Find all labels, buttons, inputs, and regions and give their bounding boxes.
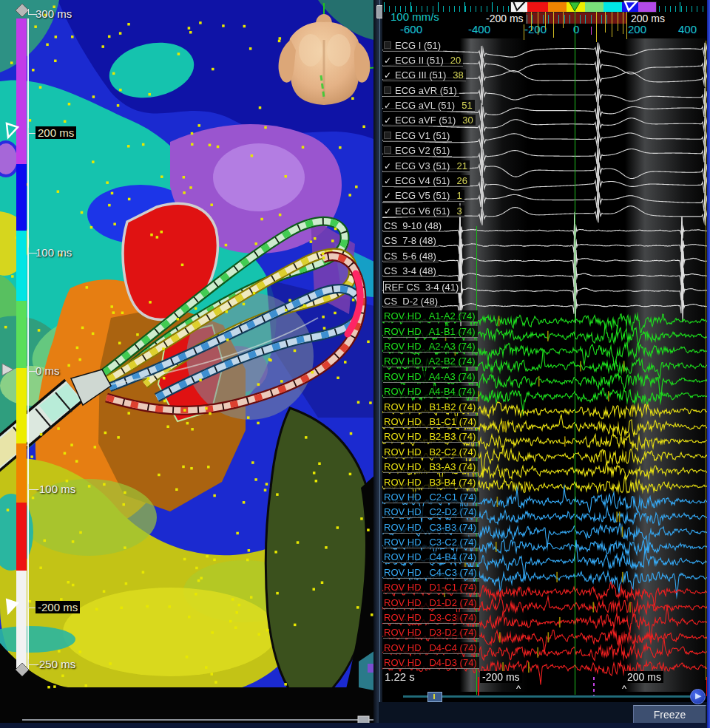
trace-label-row[interactable]: ECG I (51) — [383, 40, 443, 52]
trace-label-row[interactable]: ROV HD D4-C4 (74) — [383, 642, 479, 654]
signal-h-scrollbar[interactable] — [403, 695, 697, 698]
trace-label-row[interactable]: ROV HD C3-B3 (74) — [383, 522, 479, 534]
trace-name: ECG aVR (51) — [395, 85, 457, 96]
trace-checkbox-checked-icon[interactable]: ✓ — [384, 101, 395, 112]
scale-label: 200 ms — [36, 126, 76, 139]
event-marker-line — [538, 12, 538, 35]
screen-edge-tick-left — [478, 677, 479, 696]
scale-label: 100 ms — [36, 246, 72, 259]
colorbar-marker-right[interactable] — [625, 1, 637, 10]
scale-label: -100 ms — [36, 483, 75, 495]
trace-name: ROV HD B3-A3 (74) — [384, 461, 476, 472]
trace-checkbox-checked-icon[interactable]: ✓ — [384, 176, 395, 187]
trace-label-row[interactable]: ROV HD B1-C1 (74) — [383, 416, 479, 428]
caliper-caret-left[interactable]: ^ — [516, 683, 521, 694]
trace-label-row[interactable]: CS D-2 (48) — [383, 296, 440, 307]
trace-label-row[interactable]: ROV HD B3-A3 (74) — [383, 461, 478, 473]
trace-checkbox-unchecked[interactable] — [384, 146, 391, 154]
trace-label-row[interactable]: REF CS 3-4 (41) — [383, 281, 462, 293]
trace-checkbox-unchecked[interactable] — [384, 86, 391, 94]
trace-label-row[interactable]: ✓ECG V6 (51)3 — [383, 205, 464, 217]
trace-label-row[interactable]: ✓ECG aVL (51)51 — [383, 100, 475, 112]
trace-name: ROV HD B2-C2 (74) — [384, 446, 476, 457]
trace-label-row[interactable]: ECG aVR (51) — [383, 85, 459, 97]
trace-name: ECG III (51) — [395, 69, 446, 81]
event-marker-line — [623, 12, 623, 34]
trace-label-row[interactable]: ROV HD D1-C1 (74) — [383, 582, 479, 593]
panel-divider-line — [379, 0, 380, 728]
activation-map-3d-view[interactable]: 300 ms200 ms100 ms0 ms-100 ms-200 ms-250… — [0, 0, 377, 728]
trace-label-row[interactable]: ✓ECG III (51)38 — [383, 69, 466, 81]
trace-name: ECG V5 (51) — [395, 190, 450, 201]
trace-checkbox-checked-icon[interactable]: ✓ — [384, 70, 395, 81]
trace-label-row[interactable]: ✓ECG V5 (51)1 — [383, 190, 464, 202]
caliper-right-label[interactable]: 200 ms — [629, 13, 667, 24]
scale-label: -200 ms — [36, 601, 80, 613]
trace-name: ECG V3 (51) — [395, 160, 450, 171]
signal-h-scrollbar-thumb[interactable] — [427, 692, 442, 702]
trace-name: ROV HD D4-D3 (74) — [384, 657, 477, 668]
trace-name: ECG V1 (51) — [395, 130, 450, 141]
play-button[interactable]: ▶ — [690, 689, 706, 704]
trace-checkbox-checked-icon[interactable]: ✓ — [384, 55, 395, 67]
trace-label-row[interactable]: ✓ECG V3 (51)21 — [383, 160, 470, 172]
trace-name: ECG V6 (51) — [395, 205, 450, 217]
trace-label-row[interactable]: CS 7-8 (48) — [383, 235, 439, 247]
caliper-caret-right[interactable]: ^ — [622, 683, 626, 694]
event-marker-line — [626, 12, 627, 39]
trace-label-row[interactable]: ROV HD C2-D2 (74) — [383, 506, 479, 518]
trace-measure-value: 26 — [456, 175, 467, 186]
event-marker-line — [612, 12, 612, 37]
trace-label-row[interactable]: ROV HD A4-B4 (74) — [383, 386, 478, 398]
zero-reference-line[interactable] — [575, 10, 575, 695]
trace-label-row[interactable]: ROV HD A4-A3 (74) — [383, 371, 478, 383]
trace-label-row[interactable]: ROV HD C4-B4 (74) — [383, 551, 479, 563]
colorbar-marker-ref[interactable] — [569, 2, 580, 11]
trace-label-row[interactable]: ROV HD D4-D3 (74) — [383, 657, 479, 669]
trace-measure-value: 3 — [456, 205, 462, 217]
trace-checkbox-checked-icon[interactable]: ✓ — [384, 206, 395, 217]
window-border-bottom — [0, 723, 710, 728]
trace-label-row[interactable]: ✓ECG V4 (51)26 — [383, 175, 470, 187]
event-line-right[interactable] — [706, 41, 706, 680]
trace-name: ROV HD D3-C3 (74) — [384, 612, 477, 623]
trace-name: ROV HD C4-B4 (74) — [384, 551, 476, 562]
trace-label-row[interactable]: ROV HD A2-A3 (74) — [383, 341, 478, 353]
trace-label-row[interactable]: ✓ECG II (51)20 — [383, 55, 463, 67]
ep-mapping-workstation: { "left_panel": { "scale_labels": [ {"te… — [0, 0, 710, 728]
trace-label-row[interactable]: ROV HD C2-C1 (74) — [383, 491, 479, 503]
trace-name: ROV HD C2-D2 (74) — [384, 506, 477, 517]
trace-checkbox-checked-icon[interactable]: ✓ — [384, 115, 395, 126]
trace-label-row[interactable]: ROV HD C4-C3 (74) — [383, 567, 479, 579]
trace-label-row[interactable]: ROV HD B1-B2 (74) — [383, 401, 478, 413]
trace-label-row[interactable]: ROV HD D3-C3 (74) — [383, 612, 479, 624]
trace-checkbox-checked-icon[interactable]: ✓ — [384, 191, 395, 202]
trace-checkbox-unchecked[interactable] — [384, 41, 391, 49]
trace-label-row[interactable]: ROV HD B2-C2 (74) — [383, 446, 479, 458]
trace-name: ROV HD A1-B1 (74) — [384, 326, 476, 337]
colorbar-marker-left[interactable] — [513, 1, 525, 10]
trace-label-row[interactable]: ROV HD B2-B3 (74) — [383, 431, 478, 443]
trace-label-row[interactable]: ROV HD D1-D2 (74) — [383, 597, 479, 609]
trace-label-row[interactable]: CS 3-4 (48) — [383, 265, 439, 277]
map-reference-line[interactable] — [476, 226, 477, 695]
trace-label-row[interactable]: ROV HD A2-B2 (74) — [383, 356, 478, 367]
trace-checkbox-unchecked[interactable] — [384, 132, 391, 139]
trace-measure-value: 1 — [456, 190, 462, 201]
trace-name: ROV HD D3-D2 (74) — [384, 627, 477, 638]
trace-checkbox-checked-icon[interactable]: ✓ — [384, 161, 395, 172]
trace-label-row[interactable]: ROV HD B3-B4 (74) — [383, 477, 478, 489]
trace-label-row[interactable]: ROV HD C3-C2 (74) — [383, 537, 479, 548]
trace-label-row[interactable]: ✓ECG aVF (51)30 — [383, 115, 476, 126]
scale-label: 300 ms — [36, 7, 72, 20]
trace-label-row[interactable]: ROV HD A1-A2 (74) — [383, 310, 478, 322]
panel-divider[interactable] — [373, 0, 382, 728]
caliper-left-label[interactable]: -200 ms — [484, 13, 526, 24]
trace-label-row[interactable]: ROV HD D3-D2 (74) — [383, 627, 479, 639]
trace-label-row[interactable]: ECG V1 (51) — [383, 130, 452, 142]
trace-label-row[interactable]: CS 9-10 (48) — [383, 220, 444, 232]
trace-label-row[interactable]: ROV HD A1-B1 (74) — [383, 326, 478, 338]
trace-name: ROV HD A2-B2 (74) — [384, 356, 476, 367]
trace-label-row[interactable]: CS 5-6 (48) — [383, 251, 439, 262]
trace-label-row[interactable]: ECG V2 (51) — [383, 145, 452, 157]
